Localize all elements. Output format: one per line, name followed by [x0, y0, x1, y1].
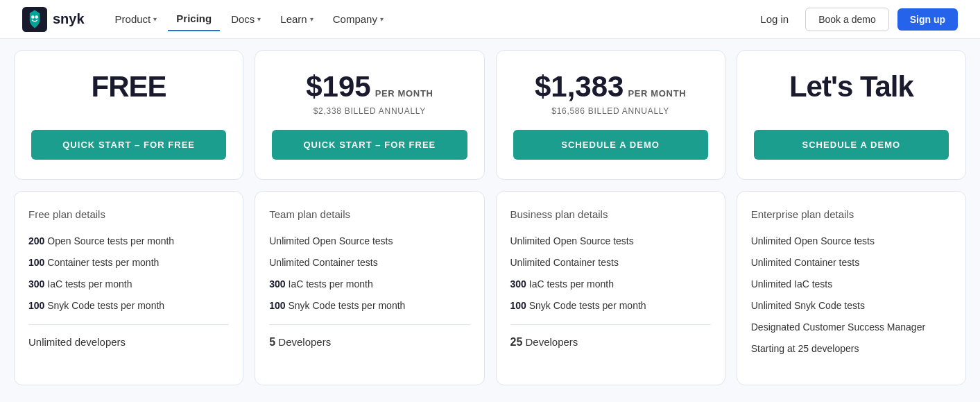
free-developers: Unlimited developers: [28, 336, 229, 348]
business-price-annual: $16,586 BILLED ANNUALLY: [551, 106, 669, 116]
enterprise-feature-1: Unlimited Open Source tests: [751, 234, 952, 249]
navbar: snyk Product ▾ Pricing Docs ▾ Learn ▾ Co…: [0, 0, 980, 39]
free-cta-button[interactable]: QUICK START – FOR FREE: [31, 130, 226, 160]
chevron-down-icon: ▾: [153, 15, 157, 23]
business-divider: [510, 324, 711, 325]
plan-card-enterprise: Let's Talk SCHEDULE A DEMO: [737, 50, 966, 180]
business-feature-4: 100 Snyk Code tests per month: [510, 299, 711, 313]
enterprise-feature-6: Starting at 25 developers: [751, 342, 952, 356]
nav-product[interactable]: Product ▾: [107, 8, 166, 31]
login-button[interactable]: Log in: [752, 8, 797, 31]
team-divider: [269, 324, 470, 325]
svg-point-1: [31, 15, 35, 19]
pricing-bottom-row: Free plan details 200 Open Source tests …: [14, 191, 966, 385]
team-details-title: Team plan details: [269, 208, 470, 220]
team-developers: 5 Developers: [269, 336, 470, 349]
team-feature-1: Unlimited Open Source tests: [269, 234, 470, 249]
free-feature-1: 200 Open Source tests per month: [28, 234, 229, 249]
chevron-down-icon: ▾: [380, 15, 384, 23]
enterprise-feature-2: Unlimited Container tests: [751, 256, 952, 270]
business-price-main: $1,383 PER MONTH: [535, 70, 686, 103]
plan-card-team: $195 PER MONTH $2,338 BILLED ANNUALLY QU…: [255, 50, 484, 180]
free-divider: [28, 324, 229, 325]
team-price-number: $195: [306, 70, 370, 103]
enterprise-feature-3: Unlimited IaC tests: [751, 277, 952, 292]
business-price-period: PER MONTH: [628, 88, 686, 99]
business-details-card: Business plan details Unlimited Open Sou…: [496, 191, 725, 385]
svg-point-2: [35, 15, 38, 19]
nav-actions: Log in Book a demo Sign up: [752, 8, 958, 31]
free-feature-3: 300 IaC tests per month: [28, 277, 229, 292]
enterprise-details-card: Enterprise plan details Unlimited Open S…: [737, 191, 966, 385]
team-price-period: PER MONTH: [375, 88, 433, 99]
enterprise-details-title: Enterprise plan details: [751, 208, 952, 220]
business-feature-1: Unlimited Open Source tests: [510, 234, 711, 249]
free-details-card: Free plan details 200 Open Source tests …: [14, 191, 243, 385]
business-price-number: $1,383: [535, 70, 624, 103]
chevron-down-icon: ▾: [257, 15, 261, 23]
nav-docs[interactable]: Docs ▾: [223, 8, 269, 31]
business-feature-3: 300 IaC tests per month: [510, 277, 711, 292]
business-feature-2: Unlimited Container tests: [510, 256, 711, 270]
free-feature-2: 100 Container tests per month: [28, 256, 229, 270]
team-price-main: $195 PER MONTH: [306, 70, 433, 103]
plan-card-business: $1,383 PER MONTH $16,586 BILLED ANNUALLY…: [496, 50, 725, 180]
team-price-annual: $2,338 BILLED ANNUALLY: [313, 106, 426, 116]
enterprise-plan-title: Let's Talk: [789, 70, 913, 103]
logo[interactable]: snyk: [22, 7, 85, 32]
nav-company[interactable]: Company ▾: [325, 8, 392, 31]
plan-card-free: FREE QUICK START – FOR FREE: [14, 50, 243, 180]
nav-pricing[interactable]: Pricing: [168, 7, 220, 31]
business-details-title: Business plan details: [510, 208, 711, 220]
free-plan-title: FREE: [92, 70, 166, 103]
team-feature-2: Unlimited Container tests: [269, 256, 470, 270]
nav-links: Product ▾ Pricing Docs ▾ Learn ▾ Company…: [107, 7, 753, 31]
snyk-logo-icon: [22, 7, 47, 32]
pricing-top-row: FREE QUICK START – FOR FREE $195 PER MON…: [14, 50, 966, 180]
business-developers: 25 Developers: [510, 336, 711, 349]
chevron-down-icon: ▾: [310, 15, 313, 23]
team-feature-4: 100 Snyk Code tests per month: [269, 299, 470, 313]
enterprise-feature-4: Unlimited Snyk Code tests: [751, 299, 952, 313]
business-cta-button[interactable]: SCHEDULE A DEMO: [513, 130, 708, 160]
free-details-title: Free plan details: [28, 208, 229, 220]
nav-learn[interactable]: Learn ▾: [272, 8, 321, 31]
team-details-card: Team plan details Unlimited Open Source …: [255, 191, 484, 385]
team-feature-3: 300 IaC tests per month: [269, 277, 470, 292]
page-content: FREE QUICK START – FOR FREE $195 PER MON…: [0, 50, 980, 399]
team-cta-button[interactable]: QUICK START – FOR FREE: [272, 130, 467, 160]
signup-button[interactable]: Sign up: [897, 8, 958, 31]
logo-text: snyk: [53, 11, 85, 27]
enterprise-feature-5: Designated Customer Success Manager: [751, 320, 952, 335]
enterprise-cta-button[interactable]: SCHEDULE A DEMO: [754, 130, 949, 160]
book-demo-button[interactable]: Book a demo: [805, 8, 889, 31]
free-feature-4: 100 Snyk Code tests per month: [28, 299, 229, 313]
